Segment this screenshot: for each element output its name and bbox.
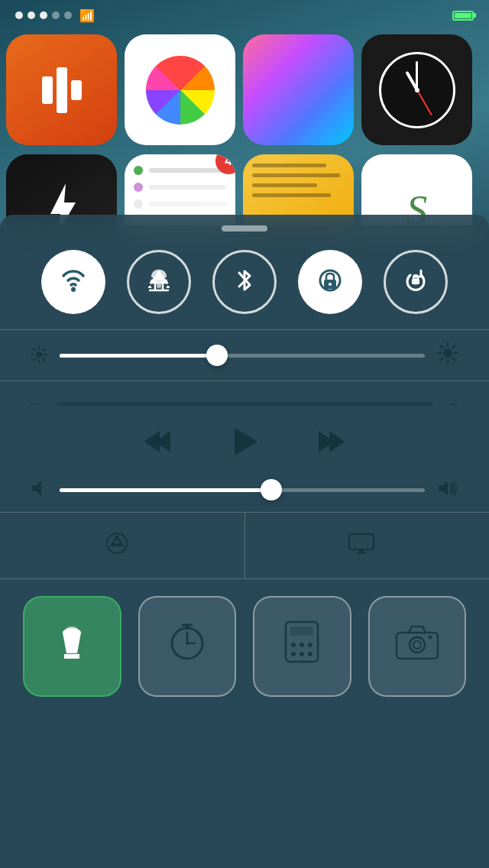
battery-fill	[455, 13, 471, 18]
eq-line-2	[57, 67, 67, 113]
notes-line-1	[252, 164, 326, 167]
list-dot-purple	[134, 183, 143, 192]
play-button[interactable]	[232, 428, 257, 455]
eq-line-1	[42, 76, 53, 104]
shortcuts-row	[0, 579, 489, 714]
flashlight-button[interactable]	[23, 596, 121, 697]
airdrop-icon	[105, 531, 129, 561]
brightness-section	[0, 330, 489, 381]
list-dot-green	[134, 166, 143, 175]
signal-dot-5	[64, 11, 72, 19]
svg-rect-37	[290, 627, 313, 636]
app-icon-clock[interactable]	[361, 34, 472, 145]
battery-indicator	[452, 11, 474, 21]
volume-track-fill	[57, 402, 432, 406]
control-center: –⋅ ⋅–	[0, 215, 489, 868]
app-icon-photos[interactable]	[125, 34, 235, 145]
list-line-1	[149, 168, 226, 173]
signal-dot-1	[15, 11, 23, 19]
airplay-icon	[348, 533, 375, 559]
svg-point-46	[413, 641, 421, 649]
svg-rect-28	[349, 534, 374, 549]
eq-lines	[42, 67, 82, 113]
clock-face	[379, 52, 455, 128]
clock-center	[415, 88, 419, 92]
wifi-icon	[59, 268, 88, 296]
volume-fill	[60, 488, 271, 492]
svg-point-43	[308, 652, 313, 656]
volume-slider[interactable]	[60, 488, 425, 492]
clock-second-hand	[416, 89, 432, 115]
bluetooth-toggle[interactable]	[212, 250, 277, 314]
brightness-thumb[interactable]	[206, 345, 228, 366]
app-icon-gradient[interactable]	[243, 34, 354, 145]
notes-line-3	[252, 183, 317, 187]
notes-line-4	[252, 193, 331, 197]
signal-dot-2	[28, 11, 35, 19]
music-section	[0, 414, 489, 477]
svg-line-20	[441, 346, 443, 348]
rewind-icon	[144, 431, 170, 452]
airplane-icon	[144, 266, 173, 299]
home-screen: 📶	[0, 0, 489, 225]
media-controls	[31, 422, 458, 465]
svg-point-38	[291, 643, 296, 647]
svg-point-42	[300, 652, 304, 656]
calculator-icon	[283, 620, 321, 672]
rewind-button[interactable]	[144, 431, 170, 452]
orientation-lock-icon	[316, 266, 345, 299]
clock-minute-hand	[416, 61, 418, 90]
svg-point-45	[410, 637, 425, 653]
eq-line-3	[71, 80, 82, 100]
svg-point-47	[428, 636, 432, 640]
bluetooth-icon	[234, 265, 255, 300]
airdrop-airplay-row	[0, 512, 489, 579]
fastforward-button[interactable]	[319, 431, 345, 452]
volume-min-icon	[31, 480, 47, 500]
notes-line-2	[252, 173, 340, 177]
cc-toggle-row	[0, 239, 489, 329]
list-row-3	[134, 199, 226, 209]
play-icon	[235, 428, 257, 455]
svg-marker-24	[32, 481, 41, 495]
volume-section	[0, 477, 489, 512]
svg-rect-5	[412, 279, 419, 284]
status-bar: 📶	[0, 0, 489, 31]
wifi-toggle[interactable]	[41, 250, 105, 314]
airplay-button[interactable]	[245, 513, 490, 578]
svg-line-22	[453, 346, 455, 348]
signal-dot-3	[40, 11, 47, 19]
fastforward-icon	[319, 431, 345, 452]
brightness-fill	[60, 354, 217, 358]
svg-line-11	[34, 348, 35, 350]
timer-button[interactable]	[138, 596, 237, 697]
svg-point-39	[300, 643, 304, 647]
airplane-toggle[interactable]	[127, 250, 191, 314]
color-wheel	[146, 56, 215, 125]
svg-point-0	[71, 287, 76, 292]
volume-dash-section: –⋅ ⋅–	[0, 381, 489, 414]
svg-line-14	[34, 358, 35, 360]
orientation-lock-toggle[interactable]	[298, 250, 362, 314]
camera-icon	[395, 623, 439, 669]
calculator-button[interactable]	[253, 596, 351, 697]
wifi-status-icon: 📶	[79, 8, 95, 23]
brightness-slider[interactable]	[60, 354, 425, 358]
svg-marker-25	[439, 481, 448, 495]
airdrop-button[interactable]	[0, 513, 245, 578]
brightness-max-icon	[437, 342, 458, 368]
list-dot-gray	[134, 199, 143, 209]
app-icon-equalizer[interactable]	[6, 34, 117, 145]
camera-button[interactable]	[368, 596, 467, 697]
brightness-min-icon	[31, 346, 47, 365]
rotation-lock-toggle[interactable]	[384, 250, 448, 314]
svg-point-6	[36, 351, 42, 358]
svg-point-41	[291, 652, 296, 656]
svg-line-13	[43, 348, 44, 350]
cc-pull-handle[interactable]	[222, 225, 267, 232]
volume-thumb[interactable]	[261, 479, 282, 500]
svg-point-40	[308, 643, 313, 647]
signal-indicators: 📶	[15, 8, 95, 23]
rotation-lock-icon	[401, 266, 430, 299]
battery-icon	[452, 11, 474, 21]
